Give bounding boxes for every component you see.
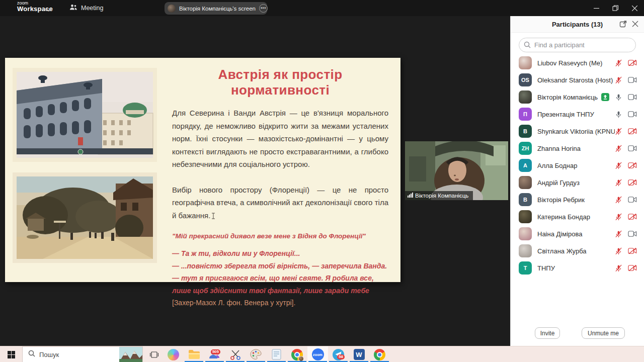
camera-on-icon bbox=[628, 111, 637, 118]
avatar: B bbox=[519, 125, 532, 138]
signal-bars-icon bbox=[408, 193, 413, 199]
unmute-me-button[interactable]: Unmute me bbox=[582, 327, 625, 339]
participant-row[interactable]: Андрій Гурдуз bbox=[511, 174, 644, 191]
mic-muted-icon bbox=[615, 162, 622, 169]
participants-panel: Participants (13) Liubov Rasevych (Me) O… bbox=[510, 16, 644, 346]
tab-meeting-label: Meeting bbox=[81, 5, 103, 12]
mic-muted-icon bbox=[615, 264, 622, 272]
participant-name: Катерина Бондар bbox=[537, 213, 615, 221]
participant-row[interactable]: П Презентація ТНПУ bbox=[511, 106, 644, 123]
mic-muted-icon bbox=[615, 128, 622, 135]
paint-icon bbox=[250, 349, 262, 360]
avatar: B bbox=[519, 193, 532, 206]
mic-muted-icon bbox=[615, 230, 622, 238]
people-icon bbox=[69, 4, 77, 12]
camera-on-icon bbox=[628, 145, 637, 152]
taskbar-app-explorer[interactable] bbox=[184, 346, 204, 362]
participant-row[interactable]: Катерина Бондар bbox=[511, 208, 644, 225]
camera-off-icon bbox=[628, 128, 637, 135]
taskbar-app-chrome[interactable] bbox=[287, 346, 307, 362]
popout-icon[interactable] bbox=[619, 20, 627, 30]
taskbar-app-word[interactable]: W bbox=[349, 346, 369, 362]
participant-row[interactable]: Наіна Дімірова bbox=[511, 225, 644, 242]
snipping-tool-icon bbox=[230, 349, 241, 360]
participant-name: Алла Боднар bbox=[537, 162, 615, 169]
avatar: T bbox=[519, 261, 532, 275]
participants-header: Participants (13) bbox=[511, 16, 644, 33]
video-name-label: Вікторія Компанієць bbox=[405, 191, 473, 200]
participant-name: Oleksandr Starosta (Host) bbox=[537, 76, 615, 84]
participant-row[interactable]: ZH Zhanna Horina bbox=[511, 140, 644, 157]
chevron-down-icon[interactable] bbox=[46, 5, 51, 14]
slide-paragraph-2: Вибір нового простору (Флоренції) — це н… bbox=[172, 184, 388, 223]
mic-muted-icon bbox=[615, 145, 622, 152]
mic-muted-icon bbox=[615, 179, 622, 187]
participant-name: Наіна Дімірова bbox=[537, 230, 615, 238]
tab-meeting[interactable]: Meeting bbox=[65, 0, 107, 16]
avatar bbox=[519, 210, 532, 223]
avatar: П bbox=[519, 108, 532, 121]
find-participant-input[interactable] bbox=[519, 38, 636, 52]
chrome-icon bbox=[291, 349, 303, 360]
slide-quote-main: "Мій прекрасний диявол везе мене з Відня… bbox=[172, 232, 388, 240]
avatar bbox=[519, 244, 532, 257]
windows-taskbar: Пошук 505zoom58W 1 12°C Cloudy УКР 1 bbox=[0, 346, 644, 362]
start-button[interactable] bbox=[0, 346, 22, 362]
avatar bbox=[519, 176, 532, 189]
participant-name: Shynkaruk Viktoriia (KPNU) bbox=[537, 128, 615, 135]
camera-off-icon bbox=[628, 264, 637, 272]
zoom-titlebar: zoom Workspace Meeting Вікторія Компаніє… bbox=[0, 0, 644, 16]
close-panel-icon[interactable] bbox=[632, 20, 638, 29]
participant-name: Світлана Журба bbox=[537, 247, 615, 255]
search-highlight-image[interactable] bbox=[119, 347, 142, 362]
presentation-slide: Австрія як простір нормативності Для Сев… bbox=[5, 58, 400, 282]
mic-muted-icon bbox=[615, 247, 622, 255]
participant-row[interactable]: A Алла Боднар bbox=[511, 157, 644, 174]
quote-line-1: — Та ж ти, відколи ми у Флоренції... bbox=[172, 249, 300, 257]
slide-title: Австрія як простір нормативності bbox=[172, 67, 388, 98]
avatar: ZH bbox=[519, 142, 532, 155]
camera-off-icon bbox=[628, 59, 637, 66]
mic-on-icon bbox=[615, 111, 622, 118]
taskbar-app-notepad[interactable] bbox=[266, 346, 287, 362]
mic-on-icon bbox=[615, 94, 622, 101]
participant-row[interactable]: Світлана Журба bbox=[511, 242, 644, 259]
participant-row[interactable]: OS Oleksandr Starosta (Host) bbox=[511, 71, 644, 88]
task-view-button[interactable] bbox=[145, 346, 163, 362]
taskbar-app-snipping[interactable] bbox=[225, 346, 246, 362]
participant-row[interactable]: B Shynkaruk Viktoriia (KPNU) bbox=[511, 123, 644, 140]
participant-row[interactable]: B Вікторія Ребрик bbox=[511, 191, 644, 208]
participant-row[interactable]: T ТНПУ bbox=[511, 259, 644, 277]
slide-quote-dialogue: — Та ж ти, відколи ми у Флоренції... — .… bbox=[172, 247, 388, 309]
speaker-video-thumbnail[interactable]: Вікторія Компанієць bbox=[405, 141, 508, 200]
participant-row[interactable]: Liubov Rasevych (Me) bbox=[511, 54, 644, 71]
participant-name: Презентація ТНПУ bbox=[537, 111, 615, 118]
taskbar-app-people[interactable]: 505 bbox=[204, 346, 225, 362]
avatar bbox=[519, 227, 532, 240]
restore-button[interactable] bbox=[606, 0, 625, 16]
participants-title: Participants (13) bbox=[552, 21, 603, 28]
taskbar-app-paint[interactable] bbox=[246, 346, 266, 362]
participant-row[interactable]: Вікторія Компанієць bbox=[511, 88, 644, 106]
taskbar-app-icons: 505zoom58W bbox=[163, 346, 390, 362]
camera-on-icon bbox=[628, 76, 637, 83]
more-options-icon[interactable]: ••• bbox=[259, 4, 268, 13]
mic-muted-icon bbox=[615, 76, 622, 84]
minimize-button[interactable] bbox=[587, 0, 606, 16]
taskbar-app-copilot[interactable] bbox=[163, 346, 184, 362]
taskbar-search-box[interactable]: Пошук bbox=[22, 346, 143, 362]
tab-shared-screen[interactable]: Вікторія Компанієць's screen ••• bbox=[165, 2, 267, 15]
screen-share-icon bbox=[601, 93, 609, 101]
participant-name: Вікторія Компанієць bbox=[537, 94, 601, 101]
taskbar-app-zoom[interactable]: zoom bbox=[307, 346, 328, 362]
close-button[interactable] bbox=[625, 0, 644, 16]
camera-off-icon bbox=[628, 213, 637, 220]
invite-button[interactable]: Invite bbox=[535, 327, 560, 339]
camera-off-icon bbox=[628, 179, 637, 186]
slide-paragraph-1: Для Северина і Ванди Австрія — це в'язни… bbox=[172, 107, 388, 171]
avatar bbox=[519, 56, 532, 69]
taskbar-app-telegram[interactable]: 58 bbox=[328, 346, 349, 362]
slide-citation: [Захер-Мазох Л. фон. Венера у хутрі]. bbox=[172, 299, 295, 307]
taskbar-app-chrome2[interactable] bbox=[369, 346, 390, 362]
postcard-street-image bbox=[13, 172, 157, 263]
